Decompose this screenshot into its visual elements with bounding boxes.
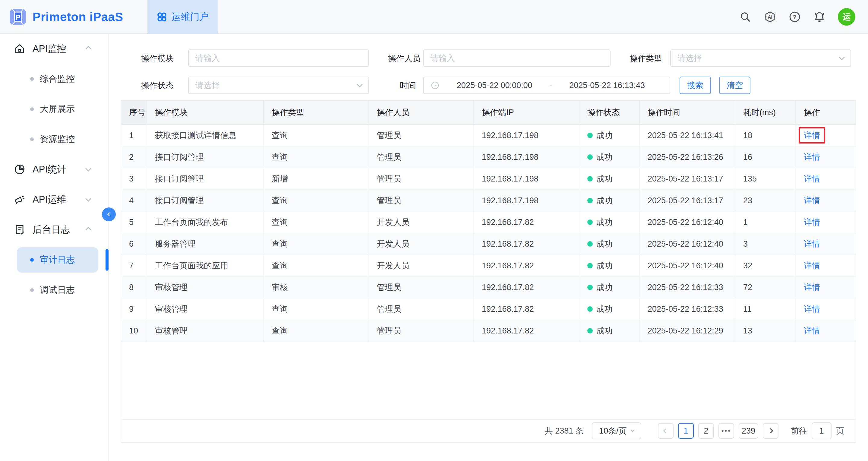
more-pages-button[interactable]: ••• xyxy=(718,423,734,439)
sidebar: API监控 综合监控 大屏展示 资源监控 API统计 xyxy=(0,34,108,461)
cell-status: 成功 xyxy=(580,299,640,319)
status-dot-icon xyxy=(587,154,593,160)
detail-link[interactable]: 详情 xyxy=(804,325,820,336)
prev-page-button[interactable] xyxy=(658,423,674,439)
filter-type-select[interactable]: 请选择 xyxy=(670,50,851,67)
total-count: 共 2381 条 xyxy=(545,425,584,436)
cell-time: 2025-05-22 16:12:40 xyxy=(640,255,735,276)
status-dot-icon xyxy=(587,263,593,268)
pie-chart-icon xyxy=(14,164,25,175)
table-body: 1 获取接口测试详情信息 查询 管理员 192.168.17.198 成功 20… xyxy=(121,125,856,342)
bullet-icon xyxy=(30,137,34,141)
detail-link[interactable]: 详情 xyxy=(804,239,820,249)
cell-action: 详情 xyxy=(796,212,856,233)
status-text: 成功 xyxy=(596,239,613,249)
app-logo: P Primeton iPaaS xyxy=(8,0,123,34)
cell-op-type: 查询 xyxy=(264,320,369,341)
filter-time-range[interactable]: 2025-05-22 00:00:00 - 2025-05-22 16:13:4… xyxy=(423,76,670,94)
detail-link[interactable]: 详情 xyxy=(804,260,820,271)
cell-op-type: 查询 xyxy=(264,299,369,319)
sidebar-item-api-stats[interactable]: API统计 xyxy=(0,154,108,185)
status-text: 成功 xyxy=(596,130,613,141)
ai-assistant-icon[interactable]: AI xyxy=(764,10,776,23)
cell-op-type: 查询 xyxy=(264,125,369,146)
page-button-1[interactable]: 1 xyxy=(678,423,694,439)
page-button-239[interactable]: 239 xyxy=(739,423,758,439)
sidebar-item-label: 综合监控 xyxy=(40,73,75,85)
cell-ip: 192.168.17.198 xyxy=(474,168,580,189)
table-row: 8 审核管理 审核 管理员 192.168.17.82 成功 2025-05-2… xyxy=(121,277,856,299)
detail-link[interactable]: 详情 xyxy=(804,152,820,162)
sidebar-item-api-ops[interactable]: API运维 xyxy=(0,185,108,215)
avatar[interactable]: 运 xyxy=(838,8,855,26)
cell-action: 详情 xyxy=(796,125,856,146)
detail-link[interactable]: 详情 xyxy=(804,282,820,293)
clear-button[interactable]: 清空 xyxy=(719,76,750,94)
cell-action: 详情 xyxy=(796,190,856,211)
sidebar-item-label: API统计 xyxy=(33,163,66,176)
chevron-down-icon xyxy=(86,167,90,172)
goto-label: 前往 xyxy=(791,425,807,436)
goto-page-input[interactable] xyxy=(812,422,832,439)
filter-status-select[interactable]: 请选择 xyxy=(188,76,369,94)
help-icon[interactable]: ? xyxy=(788,10,801,23)
status-dot-icon xyxy=(587,133,593,138)
page-button-2[interactable]: 2 xyxy=(698,423,714,439)
log-document-icon xyxy=(14,224,25,236)
cell-status: 成功 xyxy=(580,147,640,167)
table-row: 2 接口订阅管理 查询 管理员 192.168.17.198 成功 2025-0… xyxy=(121,147,856,168)
sidebar-item-backend-logs[interactable]: 后台日志 xyxy=(0,215,108,245)
detail-link[interactable]: 详情 xyxy=(804,195,820,206)
cell-cost: 135 xyxy=(735,168,796,189)
detail-link[interactable]: 详情 xyxy=(804,173,820,184)
cell-ip: 192.168.17.82 xyxy=(474,320,580,341)
status-text: 成功 xyxy=(596,304,613,314)
cell-op-type: 新增 xyxy=(264,168,369,189)
detail-link[interactable]: 详情 xyxy=(804,304,820,314)
sidebar-item-api-monitor[interactable]: API监控 xyxy=(0,34,108,64)
sidebar-item-resource-monitor[interactable]: 资源监控 xyxy=(0,124,108,154)
page-size-select[interactable]: 10条/页 xyxy=(592,422,641,439)
clock-icon xyxy=(431,81,440,90)
cell-index: 5 xyxy=(121,212,147,233)
sidebar-item-comprehensive-monitor[interactable]: 综合监控 xyxy=(0,64,108,94)
status-dot-icon xyxy=(587,198,593,203)
cell-time: 2025-05-22 16:12:33 xyxy=(640,277,735,298)
cell-module: 服务器管理 xyxy=(147,233,264,254)
filter-person-input[interactable]: 请输入 xyxy=(423,50,611,67)
cell-status: 成功 xyxy=(580,168,640,189)
sidebar-item-debug-log[interactable]: 调试日志 xyxy=(0,275,108,305)
status-text: 成功 xyxy=(596,152,613,162)
cell-cost: 3 xyxy=(735,233,796,254)
cell-index: 4 xyxy=(121,190,147,211)
filter-time-label: 时间 xyxy=(380,76,416,95)
filter-module-input[interactable]: 请输入 xyxy=(188,50,369,67)
sidebar-item-big-screen[interactable]: 大屏展示 xyxy=(0,94,108,124)
search-icon[interactable] xyxy=(739,10,752,23)
status-dot-icon xyxy=(587,285,593,290)
cell-time: 2025-05-22 16:13:17 xyxy=(640,190,735,211)
time-end-value[interactable]: 2025-05-22 16:13:43 xyxy=(569,81,645,90)
cell-cost: 11 xyxy=(735,299,796,319)
cell-time: 2025-05-22 16:12:40 xyxy=(640,212,735,233)
tab-ops-portal[interactable]: 运维门户 xyxy=(148,0,218,34)
cell-op-type: 查询 xyxy=(264,147,369,167)
chevron-up-icon xyxy=(86,228,90,232)
sidebar-item-audit-log[interactable]: 审计日志 xyxy=(0,245,108,275)
sidebar-item-label: API运维 xyxy=(33,193,66,206)
col-operator: 操作人员 xyxy=(369,101,474,124)
next-page-button[interactable] xyxy=(763,423,778,439)
tab-label: 运维门户 xyxy=(172,10,209,23)
svg-text:?: ? xyxy=(793,13,797,21)
cell-operator: 管理员 xyxy=(369,190,474,211)
bell-icon[interactable] xyxy=(813,10,826,23)
active-menu-indicator xyxy=(105,249,108,271)
cell-op-type: 查询 xyxy=(264,190,369,211)
collapse-sidebar-button[interactable] xyxy=(102,208,116,221)
cell-time: 2025-05-22 16:13:17 xyxy=(640,168,735,189)
detail-link[interactable]: 详情 xyxy=(804,217,820,228)
cell-index: 2 xyxy=(121,147,147,167)
detail-link[interactable]: 详情 xyxy=(804,130,820,141)
search-button[interactable]: 搜索 xyxy=(680,76,711,94)
time-start-value[interactable]: 2025-05-22 00:00:00 xyxy=(457,81,532,90)
